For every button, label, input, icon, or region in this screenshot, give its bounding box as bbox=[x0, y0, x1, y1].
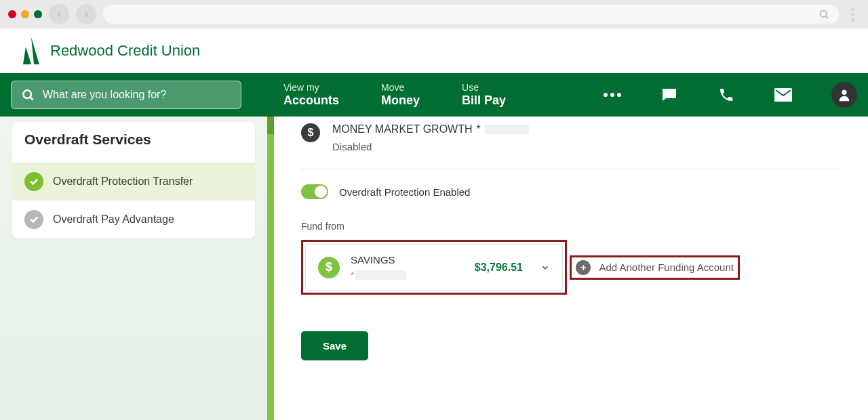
overdraft-protection-toggle[interactable] bbox=[301, 184, 328, 199]
nav-link-small: Use bbox=[462, 82, 506, 93]
account-name-line: MONEY MARKET GROWTH * bbox=[332, 123, 529, 135]
account-mask-prefix: * bbox=[477, 123, 481, 135]
browser-chrome bbox=[0, 0, 868, 28]
mail-button[interactable] bbox=[774, 86, 792, 104]
minimize-window-button[interactable] bbox=[21, 10, 29, 18]
check-circle-icon bbox=[24, 210, 43, 229]
sidebar-item-overdraft-pay-advantage[interactable]: Overdraft Pay Advantage bbox=[12, 201, 255, 238]
nav-link-bill-pay[interactable]: Use Bill Pay bbox=[462, 82, 506, 108]
nav-link-move-money[interactable]: Move Money bbox=[381, 82, 420, 108]
more-menu-button[interactable] bbox=[604, 86, 621, 104]
account-row: $ MONEY MARKET GROWTH * Disabled bbox=[301, 117, 841, 169]
nav-icon-group bbox=[604, 82, 857, 108]
chevron-left-icon bbox=[54, 9, 64, 19]
close-window-button[interactable] bbox=[8, 10, 16, 18]
check-circle-icon bbox=[24, 172, 43, 191]
logo-icon bbox=[23, 37, 43, 64]
nav-link-small: Move bbox=[381, 82, 420, 93]
svg-marker-2 bbox=[31, 37, 39, 64]
sidebar-item-label: Overdraft Protection Transfer bbox=[53, 175, 193, 188]
account-name: MONEY MARKET GROWTH bbox=[332, 123, 473, 135]
messages-button[interactable] bbox=[660, 86, 678, 104]
mask-prefix: * bbox=[351, 270, 354, 280]
main-content: $ MONEY MARKET GROWTH * Disabled Overdra… bbox=[267, 117, 868, 420]
svg-point-4 bbox=[23, 90, 31, 98]
svg-point-0 bbox=[821, 11, 827, 17]
phone-icon bbox=[718, 87, 734, 103]
add-funding-account-button[interactable]: + Add Another Funding Account bbox=[576, 260, 733, 275]
overdraft-toggle-row: Overdraft Protection Enabled bbox=[301, 169, 841, 209]
more-icon bbox=[604, 93, 621, 97]
add-another-highlight: + Add Another Funding Account bbox=[570, 255, 739, 280]
maximize-window-button[interactable] bbox=[34, 10, 42, 18]
chevron-down-icon bbox=[540, 263, 550, 272]
dollar-icon: $ bbox=[318, 257, 340, 278]
sidebar-column: Overdraft Services Overdraft Protection … bbox=[0, 117, 267, 420]
funding-account-select[interactable]: $ SAVINGS * $3,796.51 bbox=[305, 244, 563, 291]
profile-button[interactable] bbox=[831, 82, 857, 108]
person-icon bbox=[837, 87, 852, 102]
sidebar-title: Overdraft Services bbox=[12, 122, 255, 163]
sidebar-card: Overdraft Services Overdraft Protection … bbox=[12, 122, 255, 238]
address-bar[interactable] bbox=[103, 5, 839, 24]
svg-marker-3 bbox=[23, 47, 31, 64]
window-controls bbox=[8, 10, 42, 18]
logo-text: Redwood Credit Union bbox=[50, 42, 200, 60]
plus-icon: + bbox=[576, 260, 591, 275]
nav-link-accounts[interactable]: View my Accounts bbox=[283, 82, 339, 108]
nav-link-big: Money bbox=[381, 93, 420, 108]
search-icon bbox=[818, 9, 829, 20]
forward-button[interactable] bbox=[76, 4, 96, 24]
funding-account-number-masked bbox=[355, 270, 406, 280]
add-funding-account-label: Add Another Funding Account bbox=[599, 261, 733, 273]
dollar-icon: $ bbox=[301, 123, 320, 142]
back-button[interactable] bbox=[49, 4, 69, 24]
toggle-knob bbox=[315, 186, 327, 198]
svg-line-5 bbox=[30, 97, 33, 100]
nav-link-small: View my bbox=[283, 82, 339, 93]
site-header: Redwood Credit Union bbox=[0, 28, 868, 73]
nav-link-big: Bill Pay bbox=[462, 93, 506, 108]
main-nav-bar: View my Accounts Move Money Use Bill Pay bbox=[0, 73, 868, 117]
fund-card-highlight: $ SAVINGS * $3,796.51 bbox=[301, 240, 567, 295]
save-button[interactable]: Save bbox=[301, 331, 368, 360]
scroll-handle[interactable] bbox=[267, 117, 274, 134]
sidebar-item-overdraft-protection-transfer[interactable]: Overdraft Protection Transfer bbox=[12, 163, 255, 201]
svg-point-7 bbox=[842, 90, 846, 95]
site-search[interactable] bbox=[11, 81, 241, 109]
svg-line-1 bbox=[826, 16, 828, 18]
account-number-masked bbox=[485, 125, 529, 134]
funding-account-mask: * bbox=[351, 270, 406, 280]
funding-account-name: SAVINGS bbox=[351, 254, 406, 266]
mail-icon bbox=[774, 88, 792, 102]
call-button[interactable] bbox=[717, 86, 735, 104]
site-search-input[interactable] bbox=[43, 89, 231, 101]
browser-menu-button[interactable] bbox=[846, 7, 860, 22]
fund-from-label: Fund from bbox=[301, 221, 841, 232]
search-icon bbox=[21, 88, 35, 102]
nav-links: View my Accounts Move Money Use Bill Pay bbox=[283, 82, 506, 108]
account-status: Disabled bbox=[332, 141, 529, 152]
sidebar-item-label: Overdraft Pay Advantage bbox=[53, 213, 174, 226]
chevron-right-icon bbox=[81, 9, 91, 19]
chat-icon bbox=[661, 87, 677, 103]
funding-account-balance: $3,796.51 bbox=[475, 261, 523, 274]
toggle-label: Overdraft Protection Enabled bbox=[339, 186, 470, 198]
page-body: Overdraft Services Overdraft Protection … bbox=[0, 117, 868, 420]
nav-link-big: Accounts bbox=[283, 93, 339, 108]
